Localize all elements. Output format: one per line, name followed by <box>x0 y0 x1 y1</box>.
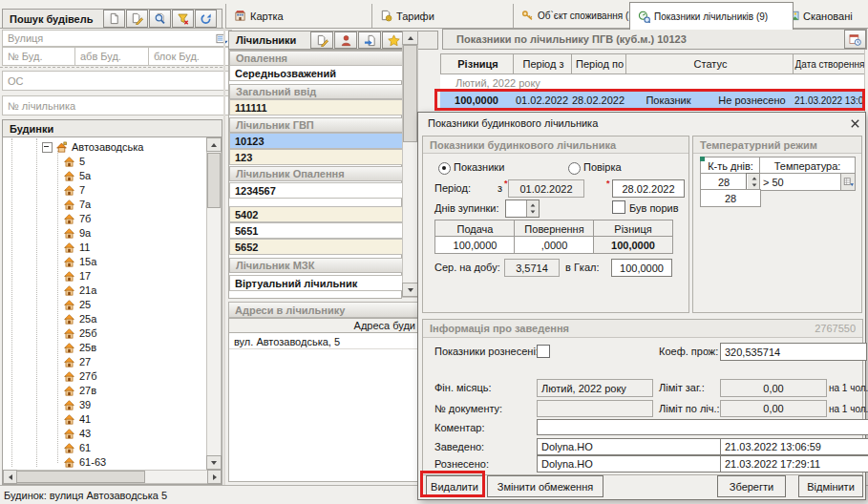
tab-card[interactable]: Картка <box>225 4 387 28</box>
tree-item-house[interactable]: 17 <box>63 269 91 283</box>
meter-list-item[interactable]: Середньозважений <box>229 65 405 81</box>
tree-node-street[interactable]: Автозаводська <box>55 140 143 154</box>
meter-list-item[interactable]: 111111 <box>229 99 405 116</box>
tree-item-house[interactable]: 25а <box>63 312 96 326</box>
meter-list-item[interactable]: 5651 <box>229 222 405 239</box>
stop-days-stepper[interactable] <box>505 200 540 218</box>
house-label[interactable]: 27б <box>79 370 97 382</box>
os-input[interactable]: ОС <box>2 71 232 91</box>
house-label[interactable]: 5 <box>79 156 85 167</box>
tree-item-house[interactable]: 61-63 <box>63 455 106 469</box>
meters-scroll-up-button[interactable] <box>402 31 418 45</box>
tab-tariffs[interactable]: Тарифи <box>371 4 528 28</box>
clear-filter-button[interactable] <box>172 10 194 28</box>
tree-item-house[interactable]: 25в <box>63 341 96 354</box>
tree-item-house[interactable]: 27 <box>63 355 91 368</box>
house-label[interactable]: 25а <box>79 313 96 325</box>
meter-number-input[interactable]: № лічильника <box>2 95 232 116</box>
search-button[interactable] <box>149 10 171 28</box>
house-label[interactable]: 7 <box>79 184 85 196</box>
house-label[interactable]: 7б <box>79 213 91 224</box>
house-block-input[interactable]: блок Буд. <box>148 47 232 66</box>
house-label[interactable]: 21а <box>79 284 96 296</box>
change-limits-button[interactable]: Змінити обмеження <box>487 475 603 497</box>
house-label[interactable]: 15а <box>79 256 96 267</box>
meter-list-item[interactable]: Віртуальний лічильник <box>229 275 405 291</box>
stepper-arrows-icon[interactable] <box>526 200 539 217</box>
tab-meter-readings[interactable]: Показники лічильників (9) <box>629 2 794 30</box>
tree-street-label[interactable]: Автозаводська <box>72 141 143 153</box>
house-label[interactable]: 39 <box>79 399 91 410</box>
tree-scroll-up-button[interactable] <box>206 137 222 152</box>
tree-item-house[interactable]: 41 <box>63 412 91 426</box>
tree-item-house[interactable]: 5а <box>63 169 91 182</box>
house-label[interactable]: 9а <box>79 227 91 239</box>
edit-building-button[interactable] <box>126 10 148 28</box>
meter-edit-button[interactable] <box>310 32 333 49</box>
meter-list-item[interactable]: 5652 <box>229 239 405 255</box>
street-lookup-icon[interactable] <box>216 32 228 45</box>
house-label[interactable]: 25в <box>79 342 96 353</box>
street-input[interactable]: Вулиця <box>2 30 232 47</box>
column-header-status[interactable]: Статус <box>625 53 795 74</box>
days-count-value-2[interactable]: 28 <box>700 189 761 207</box>
return-value[interactable]: ,0000 <box>514 236 595 254</box>
house-number-input[interactable]: № Буд. <box>2 47 82 66</box>
verification-radio[interactable] <box>568 162 581 175</box>
house-label[interactable]: 61-63 <box>79 456 106 468</box>
meters-scrollbar-thumb[interactable] <box>403 45 417 142</box>
readings-radio-label[interactable]: Показники <box>454 161 504 173</box>
cancel-button[interactable]: Відмінити <box>798 475 863 497</box>
tree-item-house[interactable]: 25б <box>63 326 97 340</box>
coef-field[interactable]: 320,535714 <box>720 343 867 361</box>
column-header-difference[interactable]: Різниця <box>440 53 516 74</box>
doc-number-field[interactable] <box>537 400 653 417</box>
tree-scroll-down-button[interactable] <box>206 455 222 470</box>
tree-item-house[interactable]: 43 <box>63 427 91 440</box>
column-header-period-from[interactable]: Період з <box>513 53 574 74</box>
tree-collapse-toggle[interactable] <box>42 142 53 153</box>
house-label[interactable]: 25б <box>79 327 97 339</box>
meter-person-button[interactable] <box>334 32 357 49</box>
tree-hscrollbar-thumb[interactable] <box>16 471 145 483</box>
house-label[interactable]: 25 <box>79 299 91 310</box>
meters-scroll-down-button[interactable] <box>402 283 418 297</box>
refresh-button[interactable] <box>195 10 217 28</box>
house-label[interactable]: 41 <box>79 413 91 425</box>
tree-item-house[interactable]: 39 <box>63 398 91 411</box>
tree-item-house[interactable]: 25 <box>63 298 91 311</box>
tree-item-house[interactable]: 7б <box>63 212 91 225</box>
panel-splitter[interactable] <box>223 28 225 485</box>
meter-import-button[interactable] <box>358 32 381 49</box>
burst-checkbox-label[interactable]: Був порив <box>629 202 679 214</box>
house-letter-input[interactable]: абв Буд. <box>74 47 156 66</box>
meter-list-item[interactable]: 5402 <box>229 206 405 222</box>
house-label[interactable]: 7а <box>79 199 91 210</box>
address-column-header[interactable]: Адреса буди <box>229 319 417 333</box>
tree-scroll-right-button[interactable] <box>207 470 222 484</box>
tree-item-house[interactable]: 7а <box>63 198 91 211</box>
tab-consumption-object[interactable]: Об`єкт споживання (1) <box>513 4 645 28</box>
tree-item-house[interactable]: 27б <box>63 369 97 383</box>
tree-item-house[interactable]: 9а <box>63 226 91 240</box>
house-label[interactable]: 5а <box>79 170 91 181</box>
meter-list-item-selected[interactable]: 10123 <box>229 133 405 149</box>
house-label[interactable]: 27в <box>79 385 96 396</box>
column-header-period-to[interactable]: Період по <box>571 53 628 74</box>
tree-item-house[interactable]: 61 <box>63 441 91 454</box>
meter-list-item[interactable]: 1234567 <box>229 182 405 199</box>
temperature-value[interactable]: > 50 <box>759 173 845 191</box>
tree-scrollbar-thumb[interactable] <box>207 153 221 208</box>
readings-radio[interactable] <box>438 162 451 175</box>
tree-item-house[interactable]: 27в <box>63 384 96 397</box>
house-label[interactable]: 27 <box>79 356 91 368</box>
house-label[interactable]: 61 <box>79 442 91 453</box>
save-button[interactable]: Зберегти <box>717 475 786 497</box>
period-to-field[interactable]: 28.02.2022 <box>612 179 685 198</box>
temperature-dropdown-button[interactable] <box>840 173 856 191</box>
readings-calendar-button[interactable] <box>844 30 866 49</box>
house-label[interactable]: 43 <box>79 428 91 439</box>
readings-posted-checkbox[interactable] <box>537 345 550 358</box>
gcal-field[interactable]: 100,0000 <box>611 259 672 277</box>
tree-item-house[interactable]: 21а <box>63 284 96 297</box>
